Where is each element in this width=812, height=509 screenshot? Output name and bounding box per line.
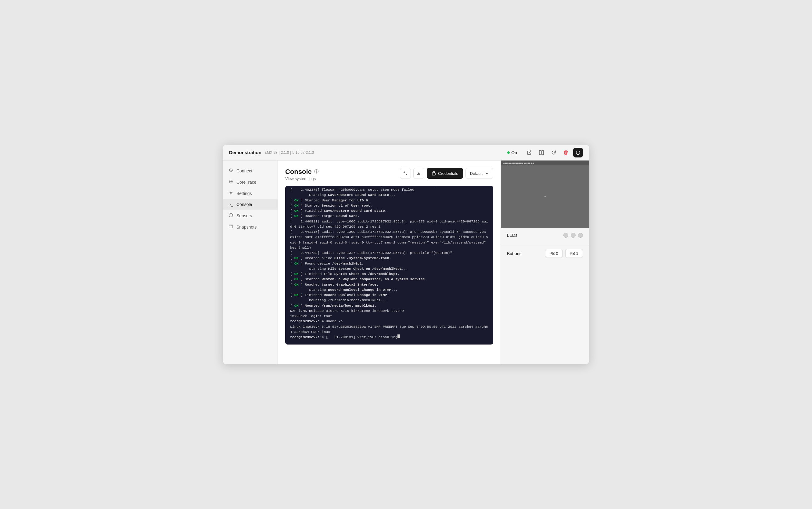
terminal-line: [ OK ] Started Weston, a Wayland composi… xyxy=(290,276,488,282)
body: Connect CoreTrace Settin xyxy=(223,161,589,364)
terminal-line: [ OK ] Finished File System Check on /de… xyxy=(290,271,488,276)
kernel-label: 5.15.52-2.1.0 xyxy=(292,150,314,155)
terminal-line: [ OK ] Mounted /run/media/boot-mmcblk0p1… xyxy=(290,303,488,308)
view-logs-text: View system logs xyxy=(285,176,400,181)
right-panel: ■■■ ■■■■■■■■■■ ■■:■■:■■ LEDs xyxy=(501,161,589,364)
download-button[interactable] xyxy=(413,168,424,179)
terminal-line: [ OK ] Finished Save/Restore Sound Card … xyxy=(290,208,488,213)
svg-rect-1 xyxy=(542,150,543,155)
buttons-section: Buttons PB 0 PB 1 xyxy=(501,245,589,262)
terminal-line: Starting Record Runlevel Change in UTMP.… xyxy=(290,287,488,292)
terminal-line: [ OK ] Finished Record Runlevel Change i… xyxy=(290,292,488,298)
screen-content xyxy=(501,165,589,228)
pb0-button[interactable]: PB 0 xyxy=(545,249,563,258)
terminal-line: [ OK ] Started Session c1 of User root. xyxy=(290,203,488,208)
leds-section: LEDs xyxy=(501,228,589,245)
terminal-cursor xyxy=(397,334,400,338)
terminal-line: Mounting /run/media/boot-mmcblk0p1... xyxy=(290,298,488,303)
terminal-line: NXP i.MX Release Distro 5.15-kirkstone i… xyxy=(290,308,488,313)
terminal-line: root@imx93evk:~# [ 31.708131] vref_1v8: … xyxy=(290,334,488,340)
console-title-area: Console ⓘ View system logs xyxy=(285,168,400,181)
terminal-line: root@imx93evk:~# uname -a xyxy=(290,318,488,324)
terminal-line: Starting File System Check on /dev/mmcbl… xyxy=(290,266,488,271)
terminal-line: [ 2.441738] audit: type=1327 audit(17266… xyxy=(290,250,488,256)
screen-preview: ■■■ ■■■■■■■■■■ ■■:■■:■■ xyxy=(501,161,589,228)
sidebar: Connect CoreTrace Settin xyxy=(223,161,278,364)
sidebar-settings-label: Settings xyxy=(237,191,252,196)
status-text: On xyxy=(511,150,517,155)
main-window: Demonstration i.MX 93 | 2.1.0 | 5.15.52-… xyxy=(223,145,589,364)
sidebar-item-connect[interactable]: Connect xyxy=(223,165,278,176)
sidebar-connect-label: Connect xyxy=(237,168,252,173)
chip-label: i.MX 93 xyxy=(265,150,278,155)
leds-label: LEDs xyxy=(507,233,517,238)
led-2[interactable] xyxy=(578,233,583,238)
terminal-line: [ 2.441115] audit: type=1300 audit(17266… xyxy=(290,229,488,250)
header: Demonstration i.MX 93 | 2.1.0 | 5.15.52-… xyxy=(223,145,589,161)
pb-buttons: PB 0 PB 1 xyxy=(545,249,583,258)
sidebar-item-settings[interactable]: Settings xyxy=(223,188,278,199)
header-icons xyxy=(524,148,583,158)
console-icon: >_ xyxy=(228,202,233,207)
credentials-button[interactable]: Credentials xyxy=(427,168,463,179)
console-title: Console ⓘ xyxy=(285,168,400,176)
sidebar-coretrace-label: CoreTrace xyxy=(237,180,256,184)
screen-bar: ■■■ ■■■■■■■■■■ ■■:■■:■■ xyxy=(501,161,589,165)
terminal-line: [ OK ] Found device /dev/mmcblk0p1. xyxy=(290,261,488,266)
svg-rect-0 xyxy=(539,150,541,155)
terminal-line: imx93evk login: root xyxy=(290,313,488,318)
svg-point-4 xyxy=(230,180,233,183)
led-circles xyxy=(563,233,583,238)
sidebar-sensors-label: Sensors xyxy=(237,213,252,218)
sidebar-console-label: Console xyxy=(237,202,252,207)
screen-cursor-dot xyxy=(544,196,546,197)
connect-icon xyxy=(228,168,233,173)
terminal-line: [ OK ] Reached target Sound Card. xyxy=(290,213,488,218)
app-title: Demonstration xyxy=(229,150,261,155)
status-dot xyxy=(507,151,510,154)
terminal-line: Linux imx93evk 5.15.52+g36363d8623ba #1 … xyxy=(290,324,488,335)
terminal-line: [ OK ] Started User Manager for UID 0. xyxy=(290,198,488,203)
terminal-line: Starting Save/Restore Sound Card State..… xyxy=(290,192,488,197)
main-content: Console ⓘ View system logs xyxy=(278,161,501,364)
sidebar-item-sensors[interactable]: Sensors xyxy=(223,210,278,221)
led-1[interactable] xyxy=(571,233,575,238)
profile-dropdown[interactable]: Default xyxy=(465,168,493,179)
version-label: 2.1.0 xyxy=(281,150,289,155)
snapshots-icon xyxy=(228,224,233,230)
terminal-line: [ 2.440811] audit: type=1006 audit(17266… xyxy=(290,219,488,230)
svg-rect-7 xyxy=(432,173,435,175)
terminal-line: [ OK ] Reached target Graphical Interfac… xyxy=(290,282,488,287)
svg-point-5 xyxy=(230,192,232,194)
console-header: Console ⓘ View system logs xyxy=(285,168,493,181)
info-icon[interactable]: ⓘ xyxy=(314,169,318,175)
settings-icon xyxy=(228,191,233,196)
panels-icon[interactable] xyxy=(536,148,546,158)
power-button[interactable] xyxy=(573,148,583,158)
sensors-icon xyxy=(228,213,233,218)
coretrace-icon xyxy=(228,179,233,184)
svg-rect-6 xyxy=(229,225,233,228)
terminal-line: [ OK ] Created slice Slice /system/syste… xyxy=(290,256,488,261)
sidebar-item-coretrace[interactable]: CoreTrace xyxy=(223,177,278,188)
status-badge: On xyxy=(507,150,517,155)
led-0[interactable] xyxy=(563,233,568,238)
buttons-label: Buttons xyxy=(507,251,521,256)
terminal[interactable]: [ 2.364977] imx-dwmac 428a0000.ethernet … xyxy=(285,186,493,344)
delete-icon[interactable] xyxy=(561,148,571,158)
refresh-icon[interactable] xyxy=(549,148,559,158)
terminal-line: [ 2.402375] flexcan 425b0000.can: setup … xyxy=(290,187,488,192)
console-actions: Credentials Default xyxy=(400,168,493,179)
sidebar-item-console[interactable]: >_ Console xyxy=(223,199,278,210)
expand-button[interactable] xyxy=(400,168,411,179)
header-meta: i.MX 93 | 2.1.0 | 5.15.52-2.1.0 xyxy=(265,150,314,155)
open-external-icon[interactable] xyxy=(524,148,534,158)
sidebar-item-snapshots[interactable]: Snapshots xyxy=(223,222,278,232)
sidebar-snapshots-label: Snapshots xyxy=(237,225,256,230)
svg-point-3 xyxy=(230,181,232,182)
pb1-button[interactable]: PB 1 xyxy=(565,249,583,258)
